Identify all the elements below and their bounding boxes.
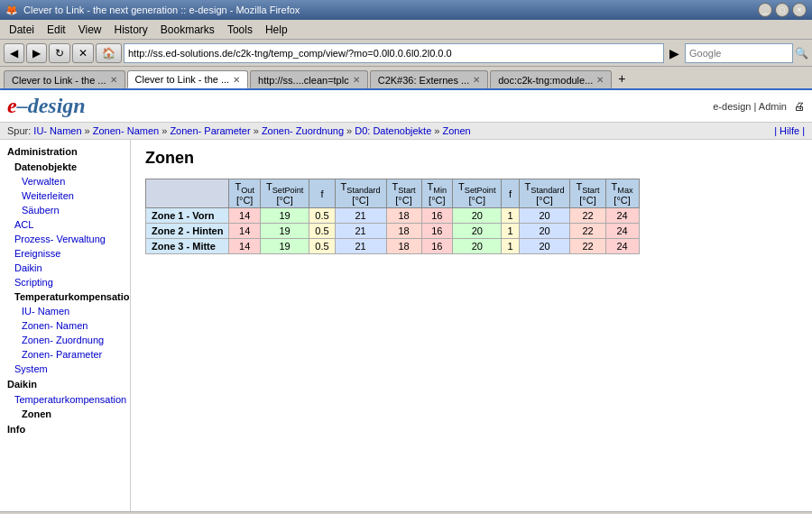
help-link[interactable]: | Hilfe |	[774, 125, 805, 136]
zone-value-cell: 16	[421, 239, 453, 254]
address-bar[interactable]	[124, 43, 664, 63]
sidebar: Administration Datenobjekte Verwalten We…	[0, 140, 131, 511]
search-input[interactable]	[685, 43, 793, 63]
menu-help[interactable]: Help	[260, 22, 293, 38]
sidebar-item-zonen-zuordnung[interactable]: Zonen- Zuordnung	[0, 333, 130, 347]
sidebar-item-acl[interactable]: ACL	[0, 217, 130, 232]
zone-value-cell: 20	[453, 224, 502, 239]
zone-name-cell[interactable]: Zone 2 - Hinten	[146, 224, 229, 239]
tab-close-4[interactable]: ✕	[596, 75, 604, 85]
minimize-button[interactable]: _	[758, 3, 772, 17]
sidebar-item-saubern[interactable]: Säubern	[0, 203, 130, 217]
th-f1: f	[309, 179, 335, 208]
zone-value-cell: 21	[335, 208, 386, 224]
sidebar-item-zonen-parameter[interactable]: Zonen- Parameter	[0, 347, 130, 362]
sidebar-item-ereignisse[interactable]: Ereignisse	[0, 246, 130, 261]
th-t-start2: TStart[°C]	[570, 179, 605, 208]
menu-history[interactable]: History	[109, 22, 153, 38]
zone-name-cell[interactable]: Zone 3 - Mitte	[146, 239, 229, 254]
th-t-setpoint2: TSetPoint[°C]	[453, 179, 502, 208]
sidebar-section-info: Info	[0, 421, 130, 437]
content-area: Zonen TOut[°C] TSetPoint[°C] f TStandard…	[131, 140, 812, 511]
refresh-button[interactable]: ↻	[49, 43, 70, 63]
sidebar-section-daikin: Daikin	[0, 376, 130, 392]
th-t-standard2: TStandard[°C]	[519, 179, 570, 208]
zone-name-cell[interactable]: Zone 1 - Vorn	[146, 208, 229, 224]
sidebar-item-datenobjekte[interactable]: Datenobjekte	[0, 160, 130, 174]
print-icon[interactable]: 🖨	[794, 100, 805, 113]
breadcrumb-zonen-parameter[interactable]: Zonen- Parameter	[170, 125, 250, 136]
stop-button[interactable]: ✕	[72, 43, 94, 63]
sidebar-item-temp-komp[interactable]: Temperaturkompensation	[0, 392, 130, 407]
tab-close-0[interactable]: ✕	[110, 75, 117, 85]
maximize-button[interactable]: □	[775, 3, 789, 17]
th-zone	[146, 179, 229, 208]
menu-bookmarks[interactable]: Bookmarks	[155, 22, 220, 38]
tab-1[interactable]: Clever to Link - the ... ✕	[127, 70, 249, 88]
sidebar-item-scripting[interactable]: Scripting	[0, 275, 130, 289]
tab-label-3: C2K#36: Externes ...	[378, 75, 470, 86]
sidebar-item-daikin[interactable]: Daikin	[0, 261, 130, 275]
title-bar: 🦊 Clever to Link - the next generation :…	[0, 0, 812, 20]
home-button[interactable]: 🏠	[96, 43, 122, 63]
tab-4[interactable]: doc:c2k-tng:module... ✕	[490, 70, 612, 88]
zone-value-cell: 20	[519, 208, 570, 224]
zone-value-cell: 16	[421, 224, 453, 239]
close-button[interactable]: ×	[792, 3, 807, 17]
sidebar-item-zonen-active[interactable]: Zonen	[0, 407, 130, 421]
breadcrumb-zonen-zuordnung[interactable]: Zonen- Zuordnung	[262, 125, 344, 136]
menu-view[interactable]: View	[73, 22, 107, 38]
zone-value-cell: 14	[229, 239, 261, 254]
window-title: Clever to Link - the next generation :: …	[23, 5, 300, 15]
menu-datei[interactable]: Datei	[4, 22, 40, 38]
sidebar-item-system[interactable]: System	[0, 362, 130, 376]
zone-value-cell: 18	[386, 239, 421, 254]
tab-close-3[interactable]: ✕	[473, 75, 480, 85]
window-controls[interactable]: _ □ ×	[758, 3, 807, 17]
table-row: Zone 2 - Hinten14190.5211816201202224	[146, 224, 640, 239]
user-info: e-design | Admin	[713, 101, 787, 112]
address-go[interactable]: ▶	[666, 46, 683, 60]
back-button[interactable]: ◀	[4, 43, 24, 63]
table-row: Zone 1 - Vorn14190.5211816201202224	[146, 208, 640, 224]
zone-value-cell: 14	[229, 224, 261, 239]
zone-value-cell: 22	[570, 239, 605, 254]
zone-value-cell: 19	[260, 239, 309, 254]
tab-3[interactable]: C2K#36: Externes ... ✕	[370, 70, 489, 88]
sidebar-item-iu-namen[interactable]: IU- Namen	[0, 304, 130, 318]
zone-value-cell: 18	[386, 208, 421, 224]
th-t-out: TOut[°C]	[229, 179, 261, 208]
sidebar-item-zonen-namen[interactable]: Zonen- Namen	[0, 318, 130, 333]
zone-value-cell: 20	[453, 208, 502, 224]
zone-value-cell: 22	[570, 208, 605, 224]
menu-edit[interactable]: Edit	[42, 22, 71, 38]
firefox-icon: 🦊	[5, 5, 18, 16]
forward-button[interactable]: ▶	[26, 43, 47, 63]
sidebar-item-weiterleiten[interactable]: Weiterleiten	[0, 188, 130, 203]
sidebar-item-temperaturkompensation[interactable]: Temperaturkompensation	[0, 289, 130, 304]
breadcrumb-iu-namen[interactable]: IU- Namen	[33, 125, 81, 136]
th-t-setpoint1: TSetPoint[°C]	[260, 179, 309, 208]
th-t-max: TMax[°C]	[605, 179, 639, 208]
menu-tools[interactable]: Tools	[222, 22, 258, 38]
breadcrumb-zonen[interactable]: Zonen	[442, 125, 470, 136]
zone-value-cell: 24	[605, 224, 639, 239]
breadcrumb-zonen-namen[interactable]: Zonen- Namen	[93, 125, 159, 136]
breadcrumb-d0-datenobjekte[interactable]: D0: Datenobjekte	[355, 125, 431, 136]
zone-value-cell: 0.5	[309, 224, 335, 239]
sidebar-item-prozess-verwaltung[interactable]: Prozess- Verwaltung	[0, 232, 130, 246]
search-icon[interactable]: 🔍	[795, 47, 808, 60]
tab-0[interactable]: Clever to Link - the ... ✕	[4, 70, 125, 88]
zone-value-cell: 24	[605, 239, 639, 254]
sidebar-section-administration: Administration	[0, 143, 130, 160]
sidebar-item-verwalten[interactable]: Verwalten	[0, 174, 130, 188]
page-title: Zonen	[145, 149, 798, 168]
zone-value-cell: 21	[335, 239, 386, 254]
zones-table: TOut[°C] TSetPoint[°C] f TStandard[°C] T…	[145, 179, 640, 254]
zone-value-cell: 22	[570, 224, 605, 239]
tab-close-2[interactable]: ✕	[353, 75, 360, 85]
tab-label-0: Clever to Link - the ...	[12, 75, 106, 86]
tab-2[interactable]: http://ss....clean=tplc ✕	[250, 70, 368, 88]
tab-close-1[interactable]: ✕	[233, 75, 240, 85]
new-tab-button[interactable]: +	[614, 69, 630, 88]
